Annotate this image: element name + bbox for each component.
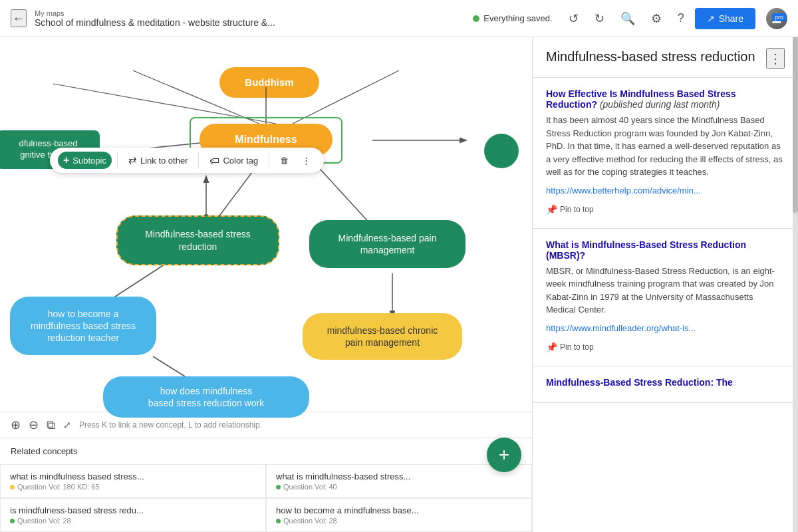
status-dot — [473, 15, 479, 22]
status-text: Everything saved. — [483, 13, 552, 23]
node-buddhism[interactable]: Buddhism — [219, 67, 319, 98]
toolbar-divider-1 — [117, 152, 118, 168]
related-item-title-3: how to become a mindfulness base... — [276, 505, 522, 515]
article-body-0: It has been almost 40 years since the Mi… — [546, 114, 785, 179]
color-button[interactable]: 🏷 Color tag — [204, 152, 263, 169]
related-item-title-1: what is mindfulness-based stress... — [276, 471, 522, 481]
zoom-out-button[interactable]: ⊖ — [29, 418, 39, 432]
panel-menu-button[interactable]: ⋮ — [766, 48, 785, 69]
article-item-1: What is Mindfulness-Based Stress Reducti… — [533, 229, 798, 366]
plus-icon: + — [63, 154, 69, 166]
related-item-title-2: is mindfulness-based stress redu... — [10, 505, 256, 515]
avatar-wrapper: pro — [761, 8, 787, 29]
related-title: Related concepts — [11, 446, 77, 456]
related-item-0[interactable]: what is mindfulness based stress... Ques… — [0, 464, 266, 498]
main-layout: + Subtopic ⇄ Link to other 🏷 Color tag 🗑… — [0, 37, 798, 532]
node-work[interactable]: how does mindfulness based stress reduct… — [103, 376, 309, 418]
related-item-meta-0: Question Vol: 180 KD: 65 — [10, 483, 256, 491]
app-header: ← My maps School of mindfulness & medita… — [0, 0, 798, 37]
meta-dot-1 — [276, 485, 281, 489]
article-link-0[interactable]: https://www.betterhelp.com/advice/min... — [546, 186, 701, 196]
article-title-0: How Effective Is Mindfulness Based Stres… — [546, 88, 785, 110]
link-icon: ⇄ — [128, 154, 137, 166]
redo-button[interactable]: ↻ — [589, 6, 610, 31]
subtopic-button[interactable]: + Subtopic — [58, 152, 112, 169]
toolbar-divider-2 — [198, 152, 199, 168]
back-button[interactable]: ← — [11, 9, 27, 27]
delete-button[interactable]: 🗑 — [275, 153, 294, 168]
search-button[interactable]: 🔍 — [615, 6, 640, 31]
node-teacher[interactable]: how to become a mindfulness based stress… — [10, 297, 156, 355]
node-pain[interactable]: Mindfulness-based pain management — [309, 220, 466, 268]
tag-icon: 🏷 — [209, 155, 219, 166]
undo-button[interactable]: ↺ — [563, 6, 584, 31]
more-button[interactable]: ⋮ — [297, 153, 316, 168]
related-header: Related concepts ⚗ ⤢ — [0, 438, 532, 464]
map-bottom-bar: ⊕ ⊖ ⧉ ⤢ Press K to link a new concept, L… — [0, 412, 532, 532]
related-item-3[interactable]: how to become a mindfulness base... Ques… — [266, 498, 532, 532]
related-section: Related concepts ⚗ ⤢ what is mindfulness… — [0, 438, 532, 532]
header-actions: ↺ ↻ 🔍 ⚙ ? ↗ Share pro — [563, 6, 787, 31]
node-chronic[interactable]: mindfulness-based chronic pain managemen… — [303, 313, 462, 360]
share-icon: ↗ — [707, 13, 715, 24]
pin-icon-0: 📌 — [546, 204, 557, 215]
article-link-1[interactable]: https://www.mindfulleader.org/what-is... — [546, 323, 696, 333]
node-toolbar: + Subtopic ⇄ Link to other 🏷 Color tag 🗑… — [50, 148, 324, 173]
related-item-meta-2: Question Vol: 28 — [10, 517, 256, 525]
article-title-2: Mindfulness-Based Stress Reduction: The — [546, 377, 785, 388]
node-right-circle[interactable] — [484, 134, 519, 168]
breadcrumb: My maps — [35, 9, 473, 17]
right-panel-content: How Effective Is Mindfulness Based Stres… — [533, 78, 798, 532]
page-title: School of mindfulness & meditation - web… — [35, 17, 287, 28]
meta-dot-2 — [10, 519, 15, 523]
article-item-2: Mindfulness-Based Stress Reduction: The — [533, 366, 798, 403]
header-title-block: My maps School of mindfulness & meditati… — [35, 9, 473, 28]
map-hint: Press K to link a new concept, L to add … — [79, 420, 262, 430]
link-label: Link to other — [140, 156, 188, 166]
save-status: Everything saved. — [473, 13, 552, 23]
pin-icon-1: 📌 — [546, 342, 557, 352]
toolbar-divider-3 — [269, 152, 269, 168]
share-label: Share — [719, 13, 743, 24]
meta-dot-0 — [10, 485, 15, 489]
related-item-title-0: what is mindfulness based stress... — [10, 471, 256, 481]
copy-button[interactable]: ⧉ — [47, 418, 55, 432]
help-button[interactable]: ? — [672, 6, 690, 31]
delete-icon: 🗑 — [280, 156, 289, 166]
related-grid: what is mindfulness based stress... Ques… — [0, 464, 532, 532]
article-title-1: What is Mindfulness-Based Stress Reducti… — [546, 239, 785, 261]
scrollbar-thumb[interactable] — [793, 37, 798, 213]
link-button[interactable]: ⇄ Link to other — [123, 152, 194, 169]
related-item-1[interactable]: what is mindfulness-based stress... Ques… — [266, 464, 532, 498]
right-panel-title: Mindfulness-based stress reduction — [546, 48, 766, 65]
pro-badge: pro — [772, 13, 786, 21]
zoom-in-button[interactable]: ⊕ — [11, 418, 21, 432]
more-icon: ⋮ — [302, 156, 311, 166]
related-item-meta-3: Question Vol: 28 — [276, 517, 522, 525]
article-item-0: How Effective Is Mindfulness Based Stres… — [533, 78, 798, 229]
add-button[interactable]: + — [487, 438, 521, 472]
scrollbar[interactable] — [793, 37, 798, 532]
settings-button[interactable]: ⚙ — [646, 6, 667, 31]
right-panel: Mindfulness-based stress reduction ⋮ How… — [532, 37, 798, 532]
map-area[interactable]: + Subtopic ⇄ Link to other 🏷 Color tag 🗑… — [0, 37, 532, 532]
related-item-2[interactable]: is mindfulness-based stress redu... Ques… — [0, 498, 266, 532]
article-body-1: MBSR, or Mindfulness-Based Stress Reduct… — [546, 265, 785, 317]
related-item-meta-1: Question Vol: 40 — [276, 483, 522, 491]
meta-dot-3 — [276, 519, 281, 523]
right-panel-header: Mindfulness-based stress reduction ⋮ — [533, 37, 798, 78]
node-mbsr[interactable]: Mindfulness-based stress reduction — [116, 215, 279, 265]
pin-button-1[interactable]: 📌 Pin to top — [546, 339, 594, 355]
share-button[interactable]: ↗ Share — [695, 8, 755, 29]
color-label: Color tag — [223, 156, 258, 166]
subtopic-label: Subtopic — [72, 156, 106, 166]
fit-button[interactable]: ⤢ — [63, 420, 71, 430]
pin-button-0[interactable]: 📌 Pin to top — [546, 201, 594, 217]
